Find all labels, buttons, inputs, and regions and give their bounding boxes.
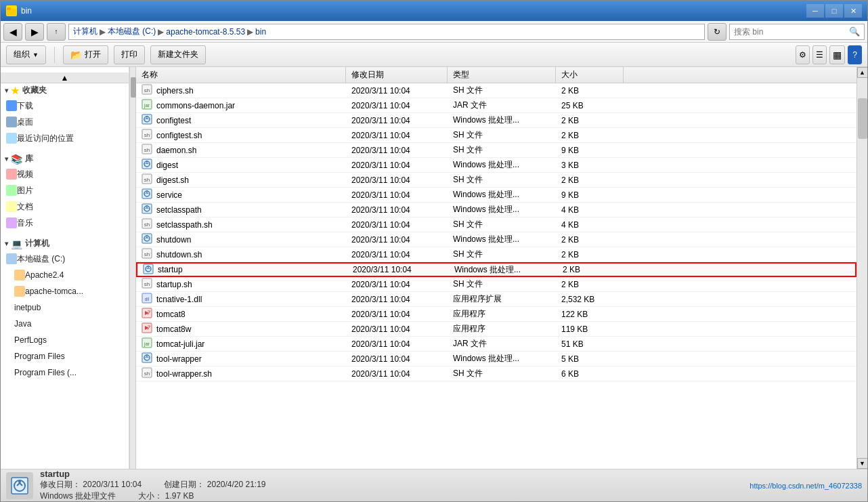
- print-button[interactable]: 打印: [114, 45, 145, 64]
- help-button[interactable]: ?: [848, 45, 862, 64]
- column-name-header[interactable]: 名称: [136, 67, 346, 83]
- scroll-down-arrow[interactable]: ▼: [857, 458, 868, 469]
- refresh-button[interactable]: ↻: [708, 23, 726, 41]
- create-date-value: 2020/4/20 21:19: [207, 480, 266, 489]
- file-list-header: 名称 修改日期 类型 大小: [136, 67, 856, 83]
- view-options-button[interactable]: ⚙: [796, 45, 810, 64]
- file-name-cell: jar tomcat-juli.jar: [136, 337, 346, 350]
- file-size-cell: 2 KB: [556, 131, 624, 140]
- file-date-cell: 2020/3/11 10:04: [346, 101, 448, 110]
- table-row[interactable]: jar commons-daemon.jar 2020/3/11 10:04 J…: [136, 98, 856, 113]
- table-row[interactable]: sh daemon.sh 2020/3/11 10:04 SH 文件 9 KB: [136, 143, 856, 158]
- sidebar-item-picture[interactable]: 图片: [1, 182, 129, 198]
- address-path[interactable]: 计算机 ▶ 本地磁盘 (C:) ▶ apache-tomcat-8.5.53 ▶…: [68, 24, 705, 40]
- table-row[interactable]: shutdown 2020/3/11 10:04 Windows 批处理... …: [136, 232, 856, 247]
- search-input[interactable]: [734, 27, 849, 37]
- table-row[interactable]: tool-wrapper 2020/3/11 10:04 Windows 批处理…: [136, 352, 856, 367]
- sidebar-item-c-drive[interactable]: 本地磁盘 (C:): [1, 251, 129, 267]
- table-row[interactable]: sh startup.sh 2020/3/11 10:04 SH 文件 2 KB: [136, 277, 856, 292]
- sidebar-item-recent[interactable]: 最近访问的位置: [1, 130, 129, 146]
- table-row[interactable]: sh setclasspath.sh 2020/3/11 10:04 SH 文件…: [136, 217, 856, 232]
- forward-button[interactable]: ▶: [25, 23, 44, 41]
- column-date-header[interactable]: 修改日期: [346, 67, 448, 83]
- table-row[interactable]: service 2020/3/11 10:04 Windows 批处理... 9…: [136, 188, 856, 203]
- sidebar-item-perflogs[interactable]: PerfLogs: [1, 332, 129, 348]
- file-name: configtest: [156, 116, 191, 125]
- search-icon[interactable]: 🔍: [849, 26, 860, 37]
- column-size-header[interactable]: 大小: [556, 67, 624, 83]
- right-scrollbar[interactable]: ▲ ▼: [856, 67, 867, 469]
- c-drive-icon: [6, 253, 17, 264]
- sidebar-computer-header[interactable]: ▾ 💻 计算机: [1, 236, 129, 251]
- file-date-cell: 2020/3/11 10:04: [346, 161, 448, 170]
- close-button[interactable]: ✕: [844, 4, 862, 18]
- sidebar-scrollbar[interactable]: [129, 67, 136, 469]
- table-row[interactable]: sh configtest.sh 2020/3/11 10:04 SH 文件 2…: [136, 128, 856, 143]
- sidebar-library-header[interactable]: ▾ 📚 库: [1, 152, 129, 166]
- file-name-cell: sh ciphers.sh: [136, 84, 346, 97]
- file-name: tomcat-juli.jar: [156, 339, 204, 349]
- organize-button[interactable]: 组织 ▼: [6, 45, 46, 64]
- file-name: configtest.sh: [156, 131, 202, 140]
- table-row[interactable]: sh ciphers.sh 2020/3/11 10:04 SH 文件 2 KB: [136, 83, 856, 98]
- table-row[interactable]: sh digest.sh 2020/3/11 10:04 SH 文件 2 KB: [136, 173, 856, 188]
- desktop-label: 桌面: [17, 117, 33, 128]
- maximize-button[interactable]: □: [825, 4, 843, 18]
- file-date-cell: 2020/3/11 10:04: [346, 116, 448, 125]
- scroll-track[interactable]: [857, 78, 867, 458]
- file-name-cell: tool-wrapper: [136, 352, 346, 365]
- sidebar-item-music[interactable]: 音乐: [1, 215, 129, 231]
- sidebar-scroll-up[interactable]: ▲: [1, 72, 129, 83]
- table-row[interactable]: tomcat8 2020/3/11 10:04 应用程序 122 KB: [136, 307, 856, 322]
- address-bar: ◀ ▶ ↑ 计算机 ▶ 本地磁盘 (C:) ▶ apache-tomcat-8.…: [1, 21, 867, 43]
- breadcrumb-bin[interactable]: bin: [255, 27, 266, 37]
- table-row[interactable]: sh shutdown.sh 2020/3/11 10:04 SH 文件 2 K…: [136, 247, 856, 262]
- up-button[interactable]: ↑: [47, 23, 66, 41]
- sidebar-item-desktop[interactable]: 桌面: [1, 114, 129, 130]
- file-size-cell: 122 KB: [556, 310, 624, 319]
- sidebar-item-video[interactable]: 视频: [1, 166, 129, 182]
- table-row[interactable]: setclasspath 2020/3/11 10:04 Windows 批处理…: [136, 203, 856, 217]
- view-details-button[interactable]: ▦: [829, 45, 845, 64]
- table-row[interactable]: dll tcnative-1.dll 2020/3/11 10:04 应用程序扩…: [136, 292, 856, 307]
- table-row[interactable]: digest 2020/3/11 10:04 Windows 批处理... 3 …: [136, 158, 856, 173]
- file-name: digest.sh: [156, 175, 189, 185]
- table-row[interactable]: startup 2020/3/11 10:04 Windows 批处理... 2…: [136, 262, 856, 277]
- svg-text:sh: sh: [144, 132, 150, 138]
- music-icon: [6, 217, 17, 228]
- table-row[interactable]: tomcat8w 2020/3/11 10:04 应用程序 119 KB: [136, 322, 856, 337]
- favorites-icon: ★: [11, 85, 20, 96]
- breadcrumb-c-drive[interactable]: 本地磁盘 (C:): [108, 26, 156, 37]
- sidebar-item-tomcat[interactable]: apache-tomca...: [1, 283, 129, 299]
- table-row[interactable]: sh tool-wrapper.sh 2020/3/11 10:04 SH 文件…: [136, 367, 856, 381]
- sidebar-favorites-header[interactable]: ▾ ★ 收藏夹: [1, 83, 129, 98]
- new-folder-button[interactable]: 新建文件夹: [150, 45, 206, 64]
- minimize-button[interactable]: ─: [806, 4, 824, 18]
- file-name: digest: [156, 161, 178, 170]
- file-name: tcnative-1.dll: [156, 295, 202, 304]
- column-type-header[interactable]: 类型: [448, 67, 556, 83]
- sidebar-item-apache2[interactable]: Apache2.4: [1, 267, 129, 283]
- sidebar-item-program-files-x86[interactable]: Program Files (...: [1, 364, 129, 381]
- breadcrumb-tomcat[interactable]: apache-tomcat-8.5.53: [166, 27, 245, 37]
- file-name-cell: sh daemon.sh: [136, 144, 346, 156]
- sidebar-item-java[interactable]: Java: [1, 316, 129, 332]
- status-link[interactable]: https://blog.csdn.net/m_46072338: [750, 482, 862, 490]
- sidebar-item-inetpub[interactable]: inetpub: [1, 299, 129, 316]
- file-type-icon: [142, 322, 152, 335]
- breadcrumb-computer[interactable]: 计算机: [73, 26, 97, 37]
- open-button[interactable]: 📂 打开: [63, 45, 108, 64]
- sidebar-item-downloads[interactable]: 下载: [1, 98, 129, 114]
- status-dates: 修改日期： 2020/3/11 10:04 创建日期： 2020/4/20 21…: [40, 479, 266, 490]
- file-type-icon: [142, 308, 152, 320]
- view-toggle-button[interactable]: ☰: [812, 45, 827, 64]
- create-date-label: 创建日期：: [164, 480, 204, 489]
- table-row[interactable]: configtest 2020/3/11 10:04 Windows 批处理..…: [136, 113, 856, 128]
- back-button[interactable]: ◀: [3, 23, 22, 41]
- scroll-up-arrow[interactable]: ▲: [857, 67, 868, 78]
- sidebar-item-program-files[interactable]: Program Files: [1, 348, 129, 364]
- table-row[interactable]: jar tomcat-juli.jar 2020/3/11 10:04 JAR …: [136, 337, 856, 352]
- file-type-cell: Windows 批处理...: [448, 114, 556, 126]
- file-type-icon: sh: [142, 248, 152, 261]
- sidebar-item-document[interactable]: 文档: [1, 198, 129, 215]
